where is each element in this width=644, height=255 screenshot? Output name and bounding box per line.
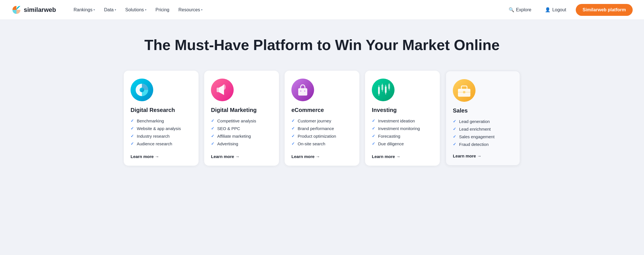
list-item: ✓Website & app analysis [131,126,192,131]
card-ecommerce: eCommerce ✓Customer journey ✓Brand perfo… [285,71,359,166]
card-title-digital-marketing: Digital Marketing [211,107,272,113]
list-item: ✓Audience research [131,141,192,146]
check-icon: ✓ [453,119,456,124]
check-icon: ✓ [131,126,134,131]
check-icon: ✓ [291,118,295,123]
svg-rect-16 [381,85,383,90]
learn-more-digital-research[interactable]: Learn more → [131,154,192,159]
chevron-down-icon: ▾ [145,8,146,11]
navbar: similarweb Rankings ▾ Data ▾ Solutions ▾… [0,0,644,20]
ecommerce-illustration [291,79,314,101]
list-item: ✓Industry research [131,134,192,139]
check-icon: ✓ [372,141,375,146]
list-item: ✓Benchmarking [131,118,192,123]
hero-title: The Must-Have Platform to Win Your Marke… [11,37,633,54]
svg-point-7 [222,84,226,90]
card-title-investing: Investing [372,107,433,113]
check-icon: ✓ [291,141,295,146]
sales-illustration [453,79,475,102]
chevron-down-icon: ▾ [93,8,95,11]
list-item: ✓Due diligence [372,141,433,146]
svg-point-10 [300,90,301,92]
card-digital-marketing: Digital Marketing ✓Competitive analysis … [204,71,279,166]
svg-rect-13 [378,87,380,94]
check-icon: ✓ [453,134,456,139]
list-item: ✓Advertising [211,141,272,146]
digital-marketing-illustration [211,79,234,101]
list-item: ✓Lead generation [453,119,513,124]
hero-section: The Must-Have Platform to Win Your Marke… [0,20,644,65]
svg-point-3 [140,88,144,92]
logo[interactable]: similarweb [11,5,56,15]
nav-pricing[interactable]: Pricing [152,5,173,15]
learn-more-sales[interactable]: Learn more → [453,154,513,158]
nav-links: Rankings ▾ Data ▾ Solutions ▾ Pricing Re… [70,5,505,15]
check-icon: ✓ [453,142,456,146]
list-item: ✓Investment monitoring [372,126,433,131]
list-item: ✓SEO & PPC [211,126,272,131]
chevron-down-icon: ▾ [201,8,202,11]
nav-right: 🔍 Explore 👤 Logout Similarweb platform [505,4,633,16]
card-features-sales: ✓Lead generation ✓Lead enrichment ✓Sales… [453,119,513,147]
card-features-investing: ✓Investment ideation ✓Investment monitor… [372,118,433,147]
check-icon: ✓ [291,134,295,138]
list-item: ✓Investment ideation [372,118,433,123]
svg-rect-22 [388,84,390,89]
svg-point-11 [304,90,305,92]
learn-more-digital-marketing[interactable]: Learn more → [211,154,272,159]
card-title-ecommerce: eCommerce [291,107,353,113]
check-icon: ✓ [453,127,456,131]
card-digital-research: Digital Research ✓Benchmarking ✓Website … [124,71,199,166]
card-icon-ecommerce [291,79,314,101]
card-sales: Sales ✓Lead generation ✓Lead enrichment … [445,71,520,166]
list-item: ✓Forecasting [372,134,433,139]
svg-rect-9 [298,88,307,96]
chevron-down-icon: ▾ [115,8,116,11]
card-features-digital-research: ✓Benchmarking ✓Website & app analysis ✓I… [131,118,192,147]
platform-button[interactable]: Similarweb platform [576,4,633,16]
cards-grid: Digital Research ✓Benchmarking ✓Website … [124,71,520,166]
check-icon: ✓ [211,126,214,131]
list-item: ✓Product optimization [291,134,353,139]
check-icon: ✓ [131,134,134,138]
check-icon: ✓ [211,118,214,123]
check-icon: ✓ [372,126,375,131]
check-icon: ✓ [211,141,214,146]
card-investing: Investing ✓Investment ideation ✓Investme… [365,71,440,166]
list-item: ✓Affiliate marketing [211,134,272,139]
check-icon: ✓ [372,118,375,123]
check-icon: ✓ [291,126,295,131]
learn-more-investing[interactable]: Learn more → [372,154,433,159]
digital-research-illustration [131,79,153,101]
list-item: ✓Sales engagement [453,134,513,139]
card-icon-sales [453,79,475,102]
card-icon-investing [372,79,394,101]
nav-solutions[interactable]: Solutions ▾ [121,5,150,15]
explore-button[interactable]: 🔍 Explore [505,5,535,15]
logout-button[interactable]: 👤 Logout [541,5,570,15]
check-icon: ✓ [372,134,375,138]
card-icon-digital-marketing [211,79,234,101]
card-title-digital-research: Digital Research [131,107,192,113]
list-item: ✓Lead enrichment [453,127,513,131]
svg-point-12 [372,79,394,101]
nav-data[interactable]: Data ▾ [100,5,120,15]
card-features-ecommerce: ✓Customer journey ✓Brand performance ✓Pr… [291,118,353,147]
list-item: ✓Competitive analysis [211,118,272,123]
svg-rect-28 [463,91,465,93]
logo-icon [11,5,22,15]
list-item: ✓Brand performance [291,126,353,131]
list-item: ✓Fraud detection [453,142,513,147]
learn-more-ecommerce[interactable]: Learn more → [291,154,353,159]
nav-resources[interactable]: Resources ▾ [174,5,206,15]
card-icon-digital-research [131,79,153,101]
card-title-sales: Sales [453,107,513,114]
logo-text: similarweb [24,6,56,14]
svg-rect-6 [217,88,219,92]
user-icon: 👤 [545,7,551,12]
nav-rankings[interactable]: Rankings ▾ [70,5,99,15]
cards-section: Digital Research ✓Benchmarking ✓Website … [0,65,644,183]
check-icon: ✓ [131,141,134,146]
investing-illustration [372,79,394,101]
svg-rect-19 [385,87,387,93]
